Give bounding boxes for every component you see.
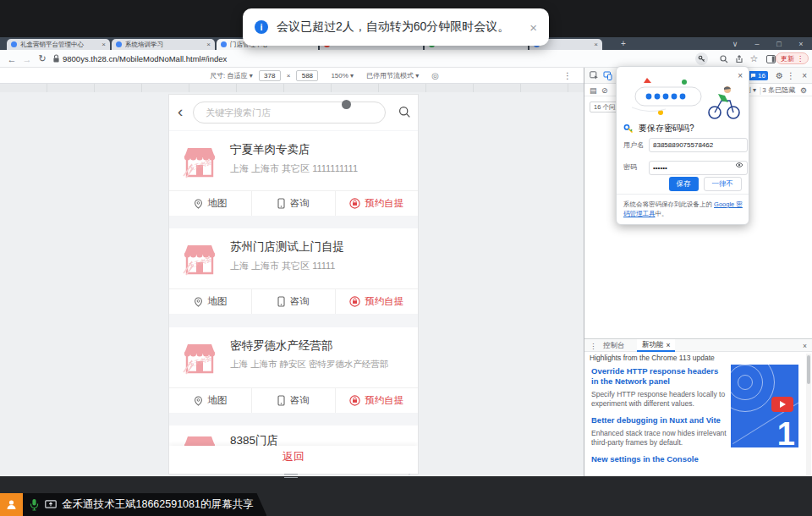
whats-new-thumbnail[interactable]: 1: [731, 365, 798, 447]
tab-close-icon[interactable]: ×: [594, 41, 598, 48]
map-button[interactable]: 地图: [169, 289, 251, 314]
article-link[interactable]: Better debugging in Nuxt and Vite: [591, 415, 727, 425]
tab-console[interactable]: 控制台: [598, 339, 630, 352]
meeting-toast-text: 会议已超过2人，自动转为60分钟限时会议。: [277, 19, 509, 35]
dialog-buttons: 保存 一律不: [669, 177, 743, 191]
devtools-close-icon[interactable]: ×: [802, 68, 807, 84]
store-card[interactable]: 天天肉荟 苏州门店测试上门自提 上海 上海市 其它区 11111 地图 咨询 预…: [169, 228, 418, 314]
tab-whats-new[interactable]: 新功能 ×: [637, 339, 675, 352]
tab-training[interactable]: 系统培训学习 ×: [112, 39, 215, 50]
inspect-element-icon[interactable]: [590, 68, 599, 84]
pickup-button[interactable]: 预约自提: [335, 191, 418, 216]
console-frame-icon[interactable]: ▤: [590, 84, 597, 96]
tab-title: 系统培训学习: [125, 41, 203, 49]
password-key-icon[interactable]: [695, 52, 708, 65]
new-tab-button[interactable]: +: [621, 39, 626, 48]
zoom-icon[interactable]: [717, 52, 730, 65]
youtube-play-icon[interactable]: [771, 397, 793, 412]
chat-icon: [750, 73, 756, 79]
pickup-button[interactable]: 预约自提: [335, 388, 418, 413]
devtools-kebab-icon[interactable]: ⋮: [787, 68, 795, 84]
dialog-title: 要保存密码吗?: [639, 123, 694, 134]
map-button[interactable]: 地图: [169, 191, 251, 216]
pickup-button[interactable]: 预约自提: [335, 289, 418, 314]
reload-icon[interactable]: ↻: [36, 50, 49, 68]
pickup-icon: [349, 395, 360, 406]
tab-favicon: [11, 41, 17, 47]
store-icon: 天天肉荟: [180, 239, 219, 278]
consult-button[interactable]: 咨询: [251, 388, 334, 413]
viewport-drag-handle[interactable]: [284, 474, 298, 478]
store-search-input[interactable]: [193, 102, 386, 124]
back-chevron-icon[interactable]: ‹: [178, 102, 183, 122]
pickup-icon: [349, 296, 360, 307]
store-card-partial[interactable]: 8385门店: [169, 425, 418, 446]
store-card[interactable]: 天天肉荟 宁夏羊肉专卖店 上海 上海市 其它区 1111111111 地图 咨询…: [169, 131, 418, 216]
screen-share-icon: [45, 500, 57, 509]
chrome-update-button[interactable]: 更新 ⋮: [776, 52, 809, 64]
devtools-settings-icon[interactable]: ⚙: [776, 68, 783, 84]
article-body: Specify HTTP response headers locally to…: [591, 390, 727, 409]
username-field[interactable]: [649, 138, 748, 152]
console-messages-badge[interactable]: 16: [748, 71, 768, 80]
store-address: 上海 上海市 静安区 密特罗德水产经营部: [230, 359, 388, 371]
consult-button[interactable]: 咨询: [251, 289, 334, 314]
back-button[interactable]: 返回: [169, 446, 418, 468]
store-card[interactable]: 天天肉荟 密特罗德水产经营部 上海 上海市 静安区 密特罗德水产经营部 地图 咨…: [169, 327, 418, 413]
drawer-scrollbar[interactable]: [806, 354, 811, 475]
forward-icon[interactable]: →: [20, 50, 34, 68]
password-field[interactable]: [649, 161, 748, 175]
toast-close-icon[interactable]: ×: [529, 20, 537, 35]
throttle-dropdown[interactable]: 已停用节流模式 ▾: [366, 71, 419, 80]
article-link[interactable]: Override HTTP response headers in the Ne…: [591, 366, 727, 387]
google-key-icon: [623, 124, 634, 134]
dialog-title-row: 要保存密码吗?: [623, 123, 694, 134]
tab-close-icon[interactable]: ×: [667, 341, 671, 349]
hidden-messages-label[interactable]: 3 条已隐藏: [762, 84, 795, 96]
username-row: 用户名: [623, 138, 748, 152]
tab-close-icon[interactable]: ×: [102, 41, 106, 48]
mobile-header: ‹: [169, 95, 418, 130]
zoom-dropdown[interactable]: 150% ▾: [331, 72, 354, 80]
share-icon[interactable]: [732, 52, 745, 65]
minimize-button[interactable]: –: [748, 37, 766, 50]
viewport-height-input[interactable]: [296, 70, 318, 81]
remote-cursor-dot: [342, 100, 351, 109]
reveal-password-eye-icon[interactable]: [735, 162, 743, 168]
device-toolbar-toggle-icon[interactable]: [603, 68, 612, 84]
maximize-button[interactable]: □: [770, 37, 788, 50]
bookmark-star-icon[interactable]: ☆: [748, 52, 760, 65]
url-text[interactable]: 9800ys.th28.cn/MobileModNoMall.html#/ind…: [63, 50, 227, 68]
pickup-icon: [349, 198, 360, 209]
device-size-dropdown[interactable]: 尺寸: 自适应 ▾: [210, 71, 253, 80]
save-password-button[interactable]: 保存: [669, 177, 699, 191]
back-icon[interactable]: ←: [5, 50, 19, 68]
address-toolbar: ← → ↻ 9800ys.th28.cn/MobileModNoMall.htm…: [0, 50, 812, 68]
window-close-button[interactable]: ×: [792, 37, 810, 50]
console-settings-icon[interactable]: ⚙: [800, 84, 807, 96]
mobile-store-page: ‹ 天天肉荟 宁夏羊肉专卖店 上海 上海市 其它区 1111111111 地: [169, 95, 418, 474]
never-save-button[interactable]: 一律不: [704, 177, 743, 191]
tab-search-icon[interactable]: ∨: [726, 37, 744, 50]
device-toolbar-kebab-icon[interactable]: ⋮: [563, 71, 572, 80]
drawer-close-icon[interactable]: ×: [798, 339, 812, 352]
viewport-width-input[interactable]: [259, 70, 281, 81]
console-clear-icon[interactable]: ⊘: [601, 84, 608, 96]
tab-close-icon[interactable]: ×: [206, 41, 211, 48]
whats-new-articles: Override HTTP response headers in the Ne…: [591, 366, 727, 467]
store-icon: 天天肉荟: [180, 142, 219, 181]
search-icon[interactable]: [398, 106, 411, 122]
store-address: 上海 上海市 其它区 1111111111: [230, 162, 358, 175]
article-link[interactable]: New settings in the Console: [591, 454, 727, 464]
map-button[interactable]: 地图: [169, 388, 251, 413]
meeting-toast-banner: i 会议已超过2人，自动转为60分钟限时会议。 ×: [243, 8, 549, 46]
store-actions: 地图 咨询 预约自提: [169, 387, 418, 413]
tab-gift-admin[interactable]: 礼盒营销平台管理中心 ×: [7, 39, 110, 50]
device-width-ruler[interactable]: [0, 84, 584, 92]
rotate-icon[interactable]: ◎: [431, 71, 439, 80]
page-footer-strip: [169, 468, 418, 474]
padlock-icon[interactable]: [50, 52, 63, 65]
consult-button[interactable]: 咨询: [251, 191, 334, 216]
map-pin-icon: [194, 396, 203, 406]
tab-favicon: [116, 41, 122, 47]
